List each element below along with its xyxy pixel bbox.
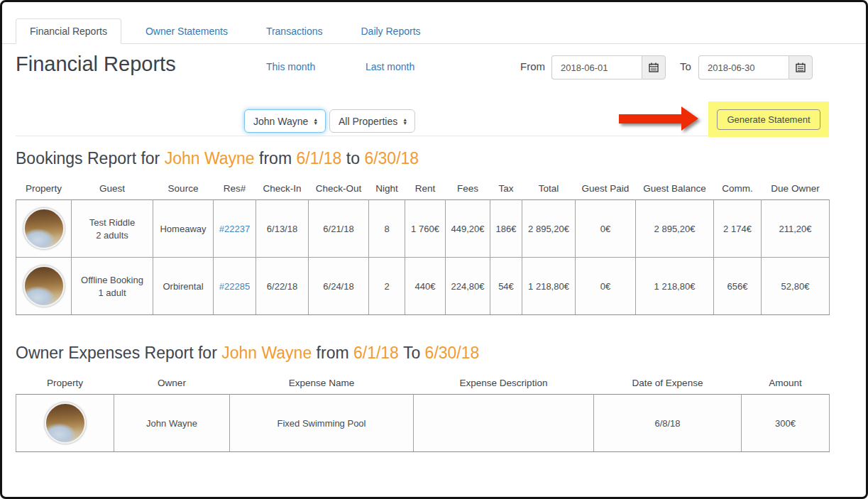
heading-text: Owner Expenses Report for: [16, 344, 217, 362]
tax-cell: 54€: [490, 258, 522, 315]
guest-name: Offline Booking: [73, 275, 151, 285]
tab-daily-reports[interactable]: Daily Reports: [347, 18, 435, 44]
controls-row: John Wayne ▲▼ All Properties ▲▼ Generate…: [16, 100, 829, 136]
expense-row: John Wayne Fixed Swimming Pool 6/8/18 30…: [16, 395, 830, 452]
res-cell: #22237: [214, 200, 256, 258]
column-header: Check-Out: [309, 177, 369, 200]
source-cell: Homeaway: [153, 200, 214, 258]
column-header: Check-In: [256, 177, 309, 200]
bookings-table: Property Guest Source Res# Check-In Chec…: [16, 177, 830, 315]
to-calendar-button[interactable]: [789, 55, 813, 79]
expense-amount-cell: 300€: [742, 395, 830, 452]
reservation-link[interactable]: #22285: [219, 281, 250, 292]
booking-row: Offline Booking 1 adult Orbirental #2228…: [16, 258, 830, 315]
rent-cell: 440€: [405, 258, 446, 315]
from-calendar-button[interactable]: [642, 55, 666, 79]
heading-text: To: [403, 344, 420, 362]
expense-name-cell: Fixed Swimming Pool: [230, 395, 414, 452]
heading-start-date: 6/1/18: [296, 149, 341, 168]
generate-statement-button[interactable]: Generate Statement: [717, 109, 820, 130]
column-header: Fees: [446, 177, 490, 200]
to-label: To: [680, 60, 691, 72]
rent-cell: 1 760€: [405, 200, 446, 258]
guest-detail: 2 adults: [73, 230, 151, 241]
checkin-cell: 6/13/18: [256, 200, 309, 258]
owner-select[interactable]: John Wayne ▲▼: [244, 109, 326, 133]
column-header: Expense Name: [230, 372, 414, 395]
checkout-cell: 6/24/18: [309, 258, 369, 315]
column-header: Owner: [114, 372, 230, 395]
heading-end-date: 6/30/18: [425, 344, 480, 362]
expenses-header-row: Property Owner Expense Name Expense Desc…: [16, 372, 830, 395]
tab-owner-statements[interactable]: Owner Statements: [131, 18, 242, 44]
property-photo[interactable]: [45, 402, 86, 444]
property-photo[interactable]: [23, 265, 65, 307]
column-header: Guest Paid: [576, 177, 636, 200]
red-arrow-annotation: [619, 106, 698, 131]
guest-cell: Offline Booking 1 adult: [72, 258, 153, 315]
column-header: Due Owner: [762, 177, 830, 200]
up-down-caret-icon: ▲▼: [313, 118, 318, 125]
column-header: Source: [153, 177, 214, 200]
tab-transactions[interactable]: Transactions: [252, 18, 337, 44]
guest-paid-cell: 0€: [576, 200, 636, 258]
column-header: Date of Expense: [594, 372, 742, 395]
owner-select-value: John Wayne: [253, 116, 308, 127]
night-cell: 8: [369, 200, 405, 258]
property-cell: [16, 258, 72, 315]
column-header: Rent: [405, 177, 446, 200]
column-header: Comm.: [714, 177, 762, 200]
column-header: Property: [16, 372, 114, 395]
guest-balance-cell: 2 895,20€: [636, 200, 714, 258]
column-header: Night: [369, 177, 405, 200]
guest-balance-cell: 1 218,80€: [636, 258, 714, 315]
tax-cell: 186€: [490, 200, 522, 258]
property-photo[interactable]: [23, 208, 65, 249]
from-date-group: [551, 55, 666, 79]
tab-financial-reports[interactable]: Financial Reports: [16, 18, 121, 44]
guest-detail: 1 adult: [73, 287, 151, 298]
column-header: Guest: [72, 177, 153, 200]
commission-cell: 656€: [714, 258, 762, 315]
column-header: Guest Balance: [636, 177, 714, 200]
highlight-box: Generate Statement: [708, 102, 829, 137]
property-select-value: All Properties: [339, 116, 397, 127]
property-cell: [16, 395, 114, 452]
total-cell: 2 895,20€: [522, 200, 576, 258]
heading-text: Bookings Report for: [16, 149, 160, 168]
expense-description-cell: [414, 395, 594, 452]
page-title: Financial Reports: [16, 53, 176, 76]
to-date-input[interactable]: [698, 55, 789, 79]
booking-row: Test Riddle 2 adults Homeaway #22237 6/1…: [16, 200, 830, 258]
fees-cell: 224,80€: [446, 258, 490, 315]
expenses-table: Property Owner Expense Name Expense Desc…: [16, 372, 830, 452]
heading-text: from: [259, 149, 292, 168]
from-date-input[interactable]: [551, 55, 642, 79]
expenses-report-heading: Owner Expenses Report for John Wayne fro…: [16, 344, 829, 363]
checkout-cell: 6/21/18: [309, 200, 369, 258]
total-cell: 1 218,80€: [522, 258, 576, 315]
checkin-cell: 6/22/18: [256, 258, 309, 315]
column-header: Expense Description: [414, 372, 594, 395]
due-owner-cell: 52,80€: [762, 258, 830, 315]
guest-paid-cell: 0€: [576, 258, 636, 315]
column-header: Total: [522, 177, 576, 200]
property-select[interactable]: All Properties ▲▼: [329, 109, 415, 133]
heading-start-date: 6/1/18: [353, 344, 399, 362]
header-row: Financial Reports This month Last month …: [16, 51, 829, 85]
heading-text: to: [346, 149, 360, 168]
column-header: Tax: [490, 177, 522, 200]
res-cell: #22285: [214, 258, 256, 315]
column-header: Property: [16, 177, 72, 200]
bookings-report-heading: Bookings Report for John Wayne from 6/1/…: [16, 149, 829, 168]
guest-name: Test Riddle: [73, 217, 151, 228]
expense-date-cell: 6/8/18: [594, 395, 742, 452]
up-down-caret-icon: ▲▼: [402, 118, 407, 125]
to-date-group: [698, 55, 813, 79]
this-month-link[interactable]: This month: [266, 61, 315, 72]
calendar-icon: [649, 62, 659, 72]
last-month-link[interactable]: Last month: [366, 61, 414, 72]
app-window: Financial Reports Owner Statements Trans…: [0, 0, 868, 499]
reservation-link[interactable]: #22237: [219, 224, 250, 234]
night-cell: 2: [369, 258, 405, 315]
